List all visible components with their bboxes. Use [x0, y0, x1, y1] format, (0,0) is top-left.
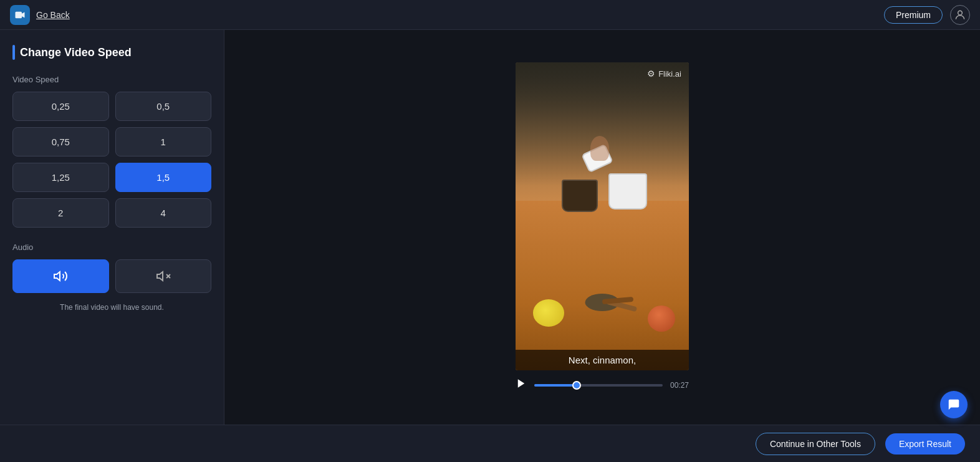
speed-btn-2[interactable]: 2 [12, 198, 109, 228]
speed-btn-075[interactable]: 0,75 [12, 127, 109, 156]
export-result-button[interactable]: Export Result [885, 433, 965, 455]
svg-marker-4 [157, 272, 163, 281]
subtitle-bar: Next, cinnamon, [516, 350, 689, 370]
progress-bar[interactable] [534, 384, 663, 387]
header-right: Premium [884, 5, 970, 25]
go-back-link[interactable]: Go Back [36, 10, 70, 20]
progress-fill [534, 384, 577, 387]
speed-btn-05[interactable]: 0,5 [115, 92, 212, 121]
play-button[interactable] [516, 378, 527, 392]
video-area: ⚙ Fliki.ai Next, cinnamon, 00: [224, 30, 980, 425]
sidebar: Change Video Speed Video Speed 0,25 0,5 … [0, 30, 224, 425]
speed-btn-15[interactable]: 1,5 [115, 163, 212, 192]
subtitle-text: Next, cinnamon, [569, 355, 636, 365]
watermark-icon: ⚙ [647, 69, 655, 79]
svg-marker-1 [22, 12, 25, 17]
chat-icon [947, 398, 961, 411]
app-header: Go Back Premium [0, 0, 980, 30]
speed-grid: 0,25 0,5 0,75 1 1,25 1,5 2 4 [12, 92, 211, 228]
play-icon [516, 378, 527, 389]
sidebar-title-bar: Change Video Speed [12, 45, 211, 60]
speed-btn-1[interactable]: 1 [115, 127, 212, 156]
svg-point-2 [958, 11, 963, 15]
app-icon [10, 5, 30, 25]
audio-note: The final video will have sound. [12, 303, 211, 312]
progress-thumb [572, 381, 581, 390]
audio-label: Audio [12, 243, 211, 252]
watermark: ⚙ Fliki.ai [647, 69, 681, 79]
audio-grid [12, 259, 211, 293]
main-content: Change Video Speed Video Speed 0,25 0,5 … [0, 30, 980, 425]
time-label: 00:27 [670, 381, 689, 390]
svg-rect-0 [16, 11, 22, 18]
volume-icon [53, 269, 68, 284]
speed-btn-125[interactable]: 1,25 [12, 163, 109, 192]
app-footer: Continue in Other Tools Export Result [0, 425, 980, 462]
video-frame: ⚙ Fliki.ai Next, cinnamon, [516, 62, 689, 370]
audio-off-button[interactable] [115, 259, 212, 293]
video-container: ⚙ Fliki.ai Next, cinnamon, 00: [516, 62, 689, 392]
video-scene [516, 62, 689, 370]
video-speed-label: Video Speed [12, 75, 211, 84]
svg-marker-7 [518, 379, 525, 388]
svg-marker-3 [54, 272, 60, 281]
speed-btn-025[interactable]: 0,25 [12, 92, 109, 121]
header-left: Go Back [10, 5, 70, 25]
continue-other-tools-button[interactable]: Continue in Other Tools [756, 433, 875, 455]
chat-bubble[interactable] [940, 391, 968, 418]
premium-button[interactable]: Premium [884, 6, 943, 24]
sidebar-accent [12, 45, 15, 60]
mute-icon [156, 269, 171, 284]
audio-on-button[interactable] [12, 259, 109, 293]
video-controls: 00:27 [516, 378, 689, 392]
user-avatar[interactable] [950, 5, 970, 25]
watermark-text: Fliki.ai [658, 69, 681, 79]
sidebar-title: Change Video Speed [20, 46, 132, 59]
speed-btn-4[interactable]: 4 [115, 198, 212, 228]
